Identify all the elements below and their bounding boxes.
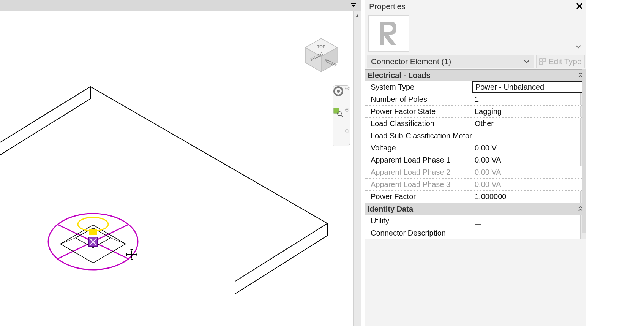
view-cube[interactable]: TOP FRONT RIGHT (302, 36, 340, 74)
prop-connector-description[interactable]: Connector Description (365, 227, 586, 239)
svg-line-21 (341, 115, 343, 117)
svg-rect-0 (351, 3, 356, 4)
prop-voltage[interactable]: Voltage 0.00 V (365, 142, 586, 154)
svg-point-20 (338, 112, 341, 116)
prop-utility[interactable]: Utility (365, 215, 586, 227)
nav-more-button[interactable]: ▾ (333, 128, 350, 145)
steering-wheel-button[interactable]: × (333, 86, 350, 107)
section-electrical-loads[interactable]: Electrical - Loads (365, 69, 586, 81)
section-identity-data[interactable]: Identity Data (365, 203, 586, 215)
edit-type-icon (539, 58, 546, 65)
viewport-scrollbar[interactable]: ▴ (353, 11, 361, 326)
checkbox[interactable] (475, 133, 481, 139)
svg-rect-8 (89, 229, 97, 235)
revit-logo-icon (377, 20, 400, 47)
element-selector-combo[interactable]: Connector Element (1) (367, 55, 534, 68)
svg-rect-24 (540, 59, 542, 61)
svg-line-5 (110, 238, 126, 244)
property-grid: Electrical - Loads System Type Power - U… (365, 69, 586, 326)
type-thumbnail (368, 15, 409, 52)
svg-point-18 (337, 90, 340, 93)
viewcube-top-label: TOP (317, 44, 325, 49)
viewport-3d[interactable]: TOP FRONT RIGHT × ▾ ▾ (0, 11, 353, 326)
prop-power-factor-state[interactable]: Power Factor State Lagging (365, 106, 586, 118)
quick-access-bar (0, 0, 361, 11)
svg-line-4 (60, 238, 76, 244)
prop-number-of-poles[interactable]: Number of Poles 1 (365, 93, 586, 106)
type-preview-row (365, 13, 586, 54)
prop-apparent-load-phase-3: Apparent Load Phase 3 0.00 VA (365, 179, 586, 191)
element-selector-text: Connector Element (1) (371, 57, 451, 66)
steering-wheel-icon (333, 86, 344, 97)
edit-type-label: Edit Type (548, 57, 581, 66)
navigation-bar[interactable]: × ▾ ▾ (333, 85, 350, 146)
svg-rect-26 (540, 62, 542, 65)
prop-system-type[interactable]: System Type Power - Unbalanced (365, 81, 586, 93)
prop-power-factor[interactable]: Power Factor 1.000000 (365, 191, 586, 203)
svg-rect-25 (543, 59, 546, 61)
chevron-down-icon (524, 59, 530, 65)
panel-title-text: Properties (369, 2, 406, 11)
edit-type-button: Edit Type (536, 55, 585, 68)
properties-palette: Properties Connector Element (1) (365, 0, 586, 326)
prop-apparent-load-phase-1[interactable]: Apparent Load Phase 1 0.00 VA (365, 154, 586, 166)
checkbox[interactable] (475, 218, 481, 225)
prop-load-subclass-motor[interactable]: Load Sub-Classification Motor (365, 130, 586, 142)
property-grid-scrollbar[interactable] (582, 69, 586, 233)
type-dropdown[interactable] (412, 15, 583, 52)
quick-access-dropdown-icon[interactable] (350, 2, 357, 9)
chevron-down-icon (575, 43, 582, 50)
panel-title-bar: Properties (365, 0, 586, 13)
scroll-up-icon[interactable]: ▴ (354, 11, 361, 19)
prop-load-classification[interactable]: Load Classification Other (365, 118, 586, 130)
close-icon[interactable] (575, 2, 584, 11)
prop-apparent-load-phase-2: Apparent Load Phase 2 0.00 VA (365, 166, 586, 179)
model-geometry (0, 11, 353, 326)
zoom-region-icon (333, 107, 343, 117)
zoom-region-button[interactable]: ▾ (333, 107, 350, 128)
